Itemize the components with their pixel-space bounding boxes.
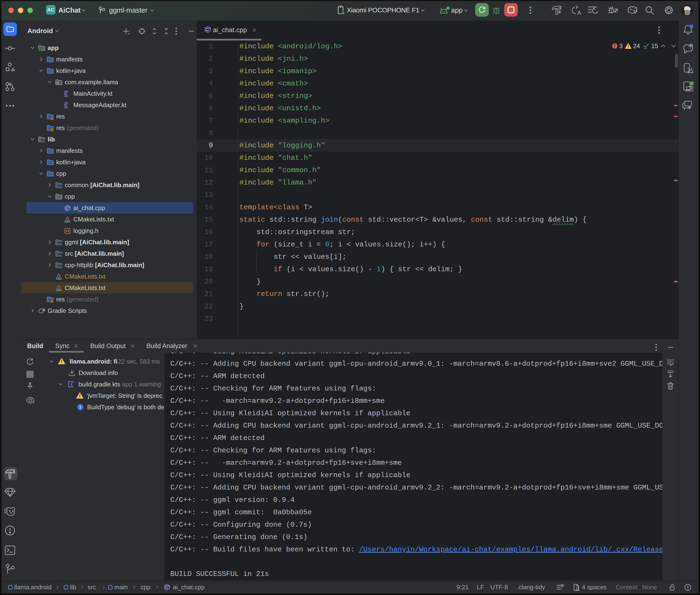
svg-text:A: A [577,9,581,15]
